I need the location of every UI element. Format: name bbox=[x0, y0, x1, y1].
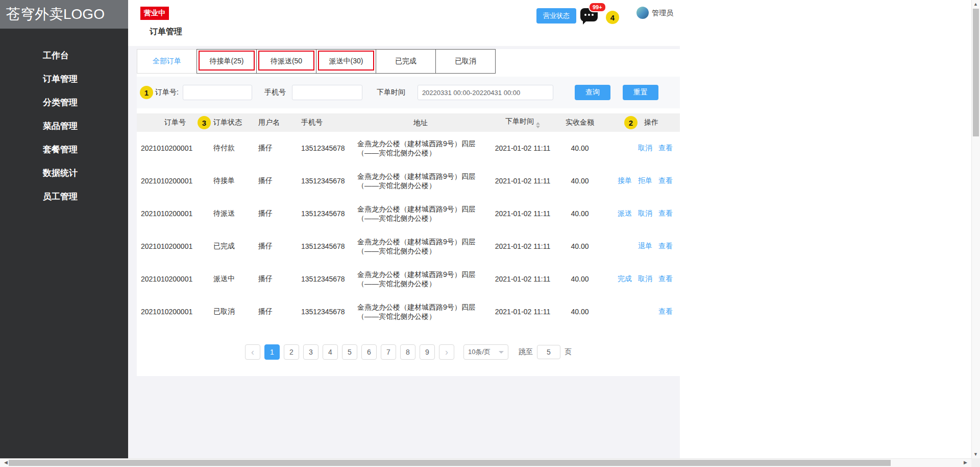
pagination: 1 2 3 4 5 6 7 8 9 10条/页 跳至 页 bbox=[137, 344, 680, 360]
app-logo: 苍穹外卖LOGO bbox=[0, 0, 128, 29]
page-button[interactable]: 8 bbox=[400, 344, 415, 360]
sidebar-item-orders[interactable]: 订单管理 bbox=[0, 67, 128, 91]
cancel-order-link[interactable]: 取消 bbox=[638, 274, 652, 284]
page-size-select[interactable]: 10条/页 bbox=[463, 344, 508, 360]
address-line-2: （——宾馆北侧办公楼） bbox=[357, 148, 489, 157]
notification-area[interactable]: 99+ 4 bbox=[580, 6, 621, 27]
address-line-1: 金燕龙办公楼（建材城西路9号）四层 bbox=[357, 139, 489, 148]
cancel-order-link[interactable]: 取消 bbox=[638, 209, 652, 218]
address-line-2: （——宾馆北侧办公楼） bbox=[357, 312, 489, 321]
page-button[interactable]: 7 bbox=[381, 344, 396, 360]
address-line-1: 金燕龙办公楼（建材城西路9号）四层 bbox=[357, 172, 489, 181]
col-time[interactable]: 下单时间 bbox=[489, 117, 556, 128]
table-row: 2021010200001 待付款 播仔 13512345678 金燕龙办公楼（… bbox=[137, 132, 680, 165]
next-page-button[interactable] bbox=[439, 344, 454, 360]
jump-page-input[interactable] bbox=[537, 345, 560, 359]
filter-bar: 1 订单号: 手机号 下单时间 查询 重置 bbox=[137, 77, 680, 108]
sidebar-item-dishes[interactable]: 菜品管理 bbox=[0, 114, 128, 138]
annotation-3: 3 bbox=[198, 116, 211, 129]
cell-address: 金燕龙办公楼（建材城西路9号）四层 （——宾馆北侧办公楼） bbox=[352, 270, 489, 288]
page-button[interactable]: 6 bbox=[361, 344, 377, 360]
jump-suffix-label: 页 bbox=[565, 347, 572, 357]
page-button[interactable]: 9 bbox=[420, 344, 435, 360]
table-header: 订单号 订单状态 用户名 手机号 地址 下单时间 实收金额 操作 3 2 bbox=[137, 113, 680, 132]
refund-order-link[interactable]: 退单 bbox=[638, 242, 652, 251]
sidebar-item-categories[interactable]: 分类管理 bbox=[0, 91, 128, 114]
table-row: 2021010200001 待接单 播仔 13512345678 金燕龙办公楼（… bbox=[137, 165, 680, 197]
tab-pending-dispatch[interactable]: 待派送(50 bbox=[256, 49, 316, 74]
cell-order-no: 2021010200001 bbox=[137, 275, 213, 283]
page-button[interactable]: 3 bbox=[303, 344, 318, 360]
scrollbar-corner bbox=[971, 458, 980, 467]
sidebar-item-employees[interactable]: 员工管理 bbox=[0, 185, 128, 208]
avatar[interactable] bbox=[636, 7, 649, 19]
sidebar-item-combos[interactable]: 套餐管理 bbox=[0, 138, 128, 161]
complete-order-link[interactable]: 完成 bbox=[618, 274, 632, 284]
open-status-badge: 营业中 bbox=[140, 7, 169, 20]
deliver-order-link[interactable]: 派送 bbox=[618, 209, 632, 218]
horizontal-scroll-thumb[interactable] bbox=[9, 460, 891, 466]
accept-order-link[interactable]: 接单 bbox=[618, 176, 632, 185]
sidebar-item-workbench[interactable]: 工作台 bbox=[0, 44, 128, 67]
cell-amount: 40.00 bbox=[556, 308, 603, 316]
address-line-1: 金燕龙办公楼（建材城西路9号）四层 bbox=[357, 237, 489, 246]
notification-count-badge: 99+ bbox=[589, 2, 606, 12]
address-line-2: （——宾馆北侧办公楼） bbox=[357, 181, 489, 190]
horizontal-scrollbar[interactable]: ◀ ▶ bbox=[0, 458, 971, 467]
cell-user: 播仔 bbox=[258, 176, 295, 185]
orders-table: 订单号 订单状态 用户名 手机号 地址 下单时间 实收金额 操作 3 2 202… bbox=[137, 113, 680, 328]
order-no-label: 订单号: bbox=[155, 88, 179, 97]
table-row: 2021010200001 已完成 播仔 13512345678 金燕龙办公楼（… bbox=[137, 230, 680, 263]
annotation-4: 4 bbox=[606, 11, 619, 24]
sidebar-item-statistics[interactable]: 数据统计 bbox=[0, 161, 128, 185]
page-button[interactable]: 2 bbox=[284, 344, 299, 360]
prev-page-button[interactable] bbox=[245, 344, 260, 360]
scroll-right-icon[interactable]: ▶ bbox=[961, 460, 970, 465]
phone-input[interactable] bbox=[292, 85, 362, 100]
view-order-link[interactable]: 查看 bbox=[658, 209, 673, 218]
sidebar: 苍穹外卖LOGO 工作台 订单管理 分类管理 菜品管理 套餐管理 数据统计 员工… bbox=[0, 0, 128, 458]
time-range-input[interactable] bbox=[418, 85, 553, 100]
page-button[interactable]: 1 bbox=[264, 344, 280, 360]
page-button[interactable]: 5 bbox=[342, 344, 357, 360]
cell-address: 金燕龙办公楼（建材城西路9号）四层 （——宾馆北侧办公楼） bbox=[352, 237, 489, 255]
cell-actions: 派送 取消 查看 bbox=[603, 209, 680, 218]
vertical-scrollbar[interactable]: ▲ ▼ bbox=[971, 0, 980, 458]
search-button[interactable]: 查询 bbox=[575, 85, 610, 100]
business-status-button[interactable]: 营业状态 bbox=[536, 8, 576, 24]
col-status: 订单状态 bbox=[213, 118, 258, 127]
cell-amount: 40.00 bbox=[556, 242, 603, 250]
tab-pending-accept[interactable]: 待接单(25) bbox=[197, 49, 257, 74]
view-order-link[interactable]: 查看 bbox=[658, 242, 673, 251]
view-order-link[interactable]: 查看 bbox=[658, 144, 673, 153]
sort-icon[interactable] bbox=[536, 122, 540, 128]
cancel-order-link[interactable]: 取消 bbox=[638, 144, 652, 153]
cell-amount: 40.00 bbox=[556, 209, 603, 218]
cell-time: 2021-01-02 11:11 bbox=[489, 177, 556, 185]
view-order-link[interactable]: 查看 bbox=[658, 307, 673, 316]
scroll-down-icon[interactable]: ▼ bbox=[971, 452, 980, 457]
cell-status: 派送中 bbox=[213, 274, 258, 284]
tab-dispatching[interactable]: 派送中(30) bbox=[316, 49, 376, 74]
reset-button[interactable]: 重置 bbox=[623, 85, 658, 100]
cell-phone: 13512345678 bbox=[295, 177, 352, 185]
tab-cancelled[interactable]: 已取消 bbox=[435, 49, 496, 74]
cell-time: 2021-01-02 11:11 bbox=[489, 209, 556, 218]
order-no-input[interactable] bbox=[183, 85, 252, 100]
table-row: 2021010200001 派送中 播仔 13512345678 金燕龙办公楼（… bbox=[137, 263, 680, 295]
tab-completed[interactable]: 已完成 bbox=[376, 49, 436, 74]
cell-user: 播仔 bbox=[258, 209, 295, 218]
cell-time: 2021-01-02 11:11 bbox=[489, 242, 556, 250]
sidebar-menu: 工作台 订单管理 分类管理 菜品管理 套餐管理 数据统计 员工管理 bbox=[0, 29, 128, 208]
reject-order-link[interactable]: 拒单 bbox=[638, 176, 652, 185]
jump-to-label: 跳至 bbox=[519, 347, 533, 357]
view-order-link[interactable]: 查看 bbox=[658, 176, 673, 185]
scroll-up-icon[interactable]: ▲ bbox=[971, 2, 980, 7]
cell-amount: 40.00 bbox=[556, 275, 603, 283]
cell-address: 金燕龙办公楼（建材城西路9号）四层 （——宾馆北侧办公楼） bbox=[352, 302, 489, 321]
tab-all-orders[interactable]: 全部订单 bbox=[137, 49, 197, 74]
vertical-scroll-thumb[interactable] bbox=[973, 9, 979, 136]
page-button[interactable]: 4 bbox=[323, 344, 338, 360]
cell-user: 播仔 bbox=[258, 274, 295, 284]
view-order-link[interactable]: 查看 bbox=[658, 274, 673, 284]
